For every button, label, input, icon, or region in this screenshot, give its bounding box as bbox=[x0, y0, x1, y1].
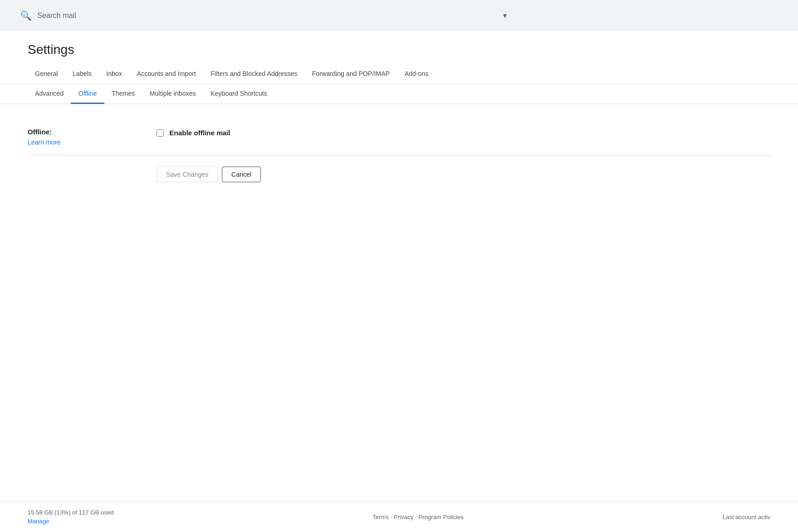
tab-filters-blocked[interactable]: Filters and Blocked Addresses bbox=[203, 64, 305, 84]
tab-accounts-import[interactable]: Accounts and Import bbox=[129, 64, 203, 84]
program-policies-link[interactable]: Program Policies bbox=[418, 514, 463, 520]
action-buttons: Save Changes Cancel bbox=[28, 156, 770, 193]
last-account-activity: Last account activ bbox=[723, 514, 770, 520]
search-icon: 🔍 bbox=[20, 10, 32, 21]
enable-offline-mail-checkbox[interactable] bbox=[156, 129, 164, 137]
offline-label-col: Offline: Learn more bbox=[28, 128, 156, 146]
offline-control-col: Enable offline mail bbox=[156, 128, 231, 137]
footer-left: 15.58 GB (13%) of 117 GB used Manage bbox=[28, 509, 114, 525]
search-bar-container: 🔍 ▼ bbox=[0, 0, 798, 31]
search-input[interactable] bbox=[37, 12, 496, 20]
manage-storage-link[interactable]: Manage bbox=[28, 518, 114, 525]
settings-content: Offline: Learn more Enable offline mail … bbox=[0, 104, 798, 208]
cancel-button[interactable]: Cancel bbox=[222, 167, 261, 182]
search-dropdown-icon[interactable]: ▼ bbox=[502, 12, 508, 19]
offline-row: Offline: Learn more Enable offline mail bbox=[28, 119, 770, 156]
footer-right: Last account activ bbox=[723, 514, 770, 520]
tab-labels[interactable]: Labels bbox=[65, 64, 99, 84]
storage-info: 15.58 GB (13%) of 117 GB used bbox=[28, 509, 114, 516]
tab-multiple-inboxes[interactable]: Multiple inboxes bbox=[142, 84, 203, 104]
privacy-link[interactable]: Privacy bbox=[394, 514, 414, 520]
tab-advanced[interactable]: Advanced bbox=[28, 84, 71, 104]
tabs-row-2: Advanced Offline Themes Multiple inboxes… bbox=[0, 84, 798, 104]
save-changes-button[interactable]: Save Changes bbox=[156, 167, 218, 182]
footer-separator-1: · bbox=[391, 514, 394, 520]
tab-add-ons[interactable]: Add-ons bbox=[397, 64, 436, 84]
footer-center: Terms · Privacy · Program Policies bbox=[373, 514, 464, 520]
search-bar: 🔍 ▼ bbox=[11, 6, 517, 26]
tab-general[interactable]: General bbox=[28, 64, 65, 84]
tab-forwarding-pop-imap[interactable]: Forwarding and POP/IMAP bbox=[305, 64, 397, 84]
offline-label: Offline: bbox=[28, 128, 52, 136]
page-title: Settings bbox=[0, 31, 798, 64]
tab-keyboard-shortcuts[interactable]: Keyboard Shortcuts bbox=[203, 84, 274, 104]
tabs-row-1: General Labels Inbox Accounts and Import… bbox=[0, 64, 798, 84]
terms-link[interactable]: Terms bbox=[373, 514, 389, 520]
enable-offline-mail-label[interactable]: Enable offline mail bbox=[169, 129, 231, 137]
tab-offline[interactable]: Offline bbox=[71, 84, 104, 104]
footer: 15.58 GB (13%) of 117 GB used Manage Ter… bbox=[0, 501, 798, 532]
tab-themes[interactable]: Themes bbox=[104, 84, 143, 104]
tab-inbox[interactable]: Inbox bbox=[99, 64, 129, 84]
learn-more-link[interactable]: Learn more bbox=[28, 139, 156, 146]
